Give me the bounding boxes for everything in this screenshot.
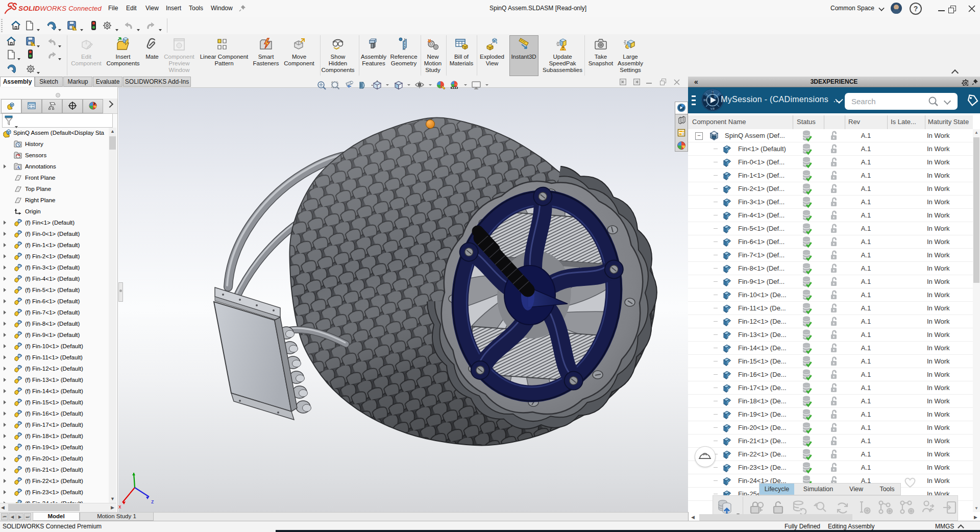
svg-text:3D: 3D: [703, 99, 707, 102]
svg-text:Yr: Yr: [712, 90, 714, 93]
svg-text:V.R: V.R: [710, 107, 715, 110]
svg-text:A: A: [16, 165, 20, 170]
svg-text:x: x: [118, 503, 121, 510]
svg-text:z: z: [151, 498, 154, 504]
